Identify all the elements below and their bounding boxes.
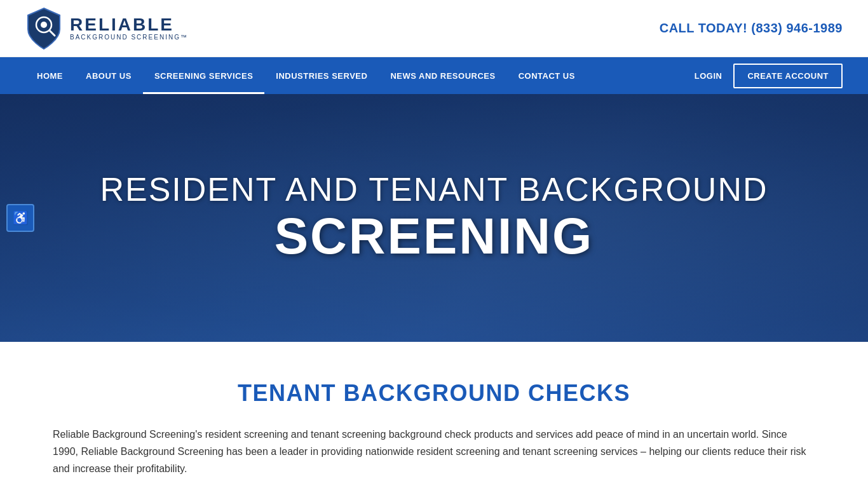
hero-section: ♿ RESIDENT AND TENANT BACKGROUND SCREENI… <box>0 94 868 342</box>
accessibility-icon: ♿ <box>13 210 29 226</box>
hero-line1: RESIDENT AND TENANT BACKGROUND <box>100 172 768 208</box>
section-title: TENANT BACKGROUND CHECKS <box>51 380 817 407</box>
nav-item-industries[interactable]: INDUSTRIES SERVED <box>264 57 379 94</box>
top-bar: RELIABLE BACKGROUND SCREENING™ CALL TODA… <box>0 0 868 57</box>
logo-shield-icon <box>25 7 62 50</box>
logo-name: RELIABLE <box>70 16 188 34</box>
create-account-button[interactable]: CREATE ACCOUNT <box>733 64 843 88</box>
phone-number[interactable]: CALL TODAY! (833) 946-1989 <box>660 21 843 36</box>
logo-subtitle: BACKGROUND SCREENING™ <box>70 34 188 41</box>
hero-content: RESIDENT AND TENANT BACKGROUND SCREENING <box>62 172 806 264</box>
content-section: TENANT BACKGROUND CHECKS Reliable Backgr… <box>0 342 868 488</box>
nav-bar: HOME ABOUT US SCREENING SERVICES INDUSTR… <box>0 57 868 94</box>
hero-line2: SCREENING <box>100 208 768 264</box>
accessibility-button[interactable]: ♿ <box>6 204 34 232</box>
section-body: Reliable Background Screening's resident… <box>53 426 815 478</box>
nav-item-home[interactable]: HOME <box>25 57 74 94</box>
nav-item-about[interactable]: ABOUT US <box>74 57 143 94</box>
nav-login[interactable]: LOGIN <box>683 57 734 94</box>
nav-item-screening[interactable]: SCREENING SERVICES <box>143 57 264 94</box>
logo-text: RELIABLE BACKGROUND SCREENING™ <box>70 16 188 41</box>
svg-point-1 <box>41 22 47 28</box>
nav-item-news[interactable]: NEWS AND RESOURCES <box>379 57 506 94</box>
logo[interactable]: RELIABLE BACKGROUND SCREENING™ <box>25 7 188 50</box>
nav-item-contact[interactable]: CONTACT US <box>507 57 587 94</box>
